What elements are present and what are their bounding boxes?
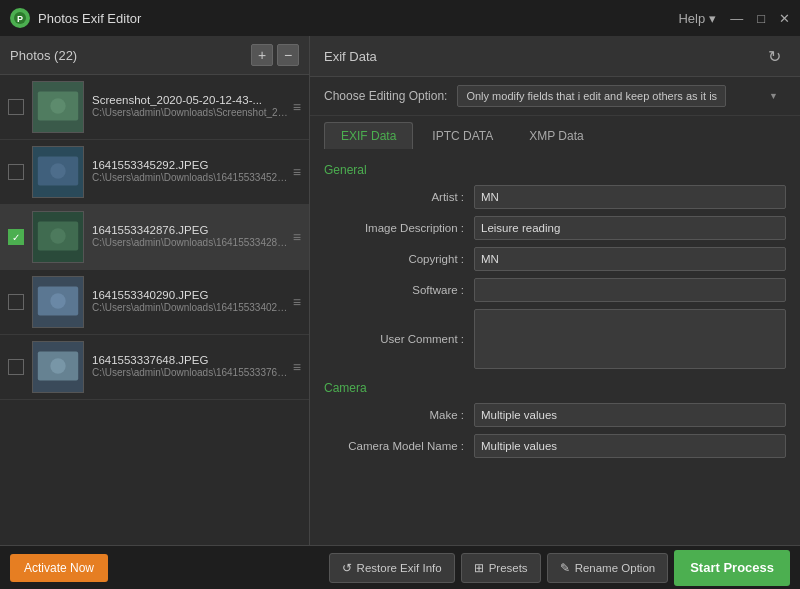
photo-info: 1641553345292.JPEG C:\Users\admin\Downlo…	[92, 159, 289, 185]
field-label: User Comment :	[324, 333, 474, 345]
photo-item[interactable]: 1641553345292.JPEG C:\Users\admin\Downlo…	[0, 140, 309, 205]
right-panel: Exif Data ↻ Choose Editing Option: Only …	[310, 36, 800, 545]
photo-checkbox[interactable]: ✓	[8, 229, 24, 245]
photo-menu-icon[interactable]: ≡	[293, 294, 301, 310]
form-area: General Artist :Image Description :Copyr…	[310, 149, 800, 545]
photo-item[interactable]: 1641553337648.JPEG C:\Users\admin\Downlo…	[0, 335, 309, 400]
close-button[interactable]: ✕	[779, 11, 790, 26]
field-label: Copyright :	[324, 253, 474, 265]
photo-thumbnail	[32, 341, 84, 393]
photo-thumbnail	[32, 81, 84, 133]
tab-exif-data[interactable]: EXIF Data	[324, 122, 413, 149]
photo-name: 1641553345292.JPEG	[92, 159, 289, 171]
exif-data-title: Exif Data	[324, 49, 377, 64]
rename-icon: ✎	[560, 561, 570, 575]
bottom-bar: Activate Now ↺ Restore Exif Info ⊞ Prese…	[0, 545, 800, 589]
tab-iptc-data[interactable]: IPTC DATA	[415, 122, 510, 149]
form-row: Copyright :	[324, 247, 786, 271]
form-row: Image Description :	[324, 216, 786, 240]
photo-item[interactable]: Screenshot_2020-05-20-12-43-... C:\Users…	[0, 75, 309, 140]
photo-menu-icon[interactable]: ≡	[293, 99, 301, 115]
field-label: Camera Model Name :	[324, 440, 474, 452]
remove-photo-button[interactable]: −	[277, 44, 299, 66]
photo-checkbox[interactable]	[8, 294, 24, 310]
photo-thumbnail	[32, 146, 84, 198]
photo-checkbox[interactable]	[8, 359, 24, 375]
photo-path: C:\Users\admin\Downloads\1641553337648.J…	[92, 366, 289, 380]
photo-thumbnail	[32, 276, 84, 328]
restore-exif-button[interactable]: ↺ Restore Exif Info	[329, 553, 455, 583]
left-panel: Photos (22) + − Screenshot_2020-05-20-12…	[0, 36, 310, 545]
form-row: Make :	[324, 403, 786, 427]
field-input[interactable]	[474, 278, 786, 302]
form-row: Artist :	[324, 185, 786, 209]
edit-option-row: Choose Editing Option: Only modify field…	[310, 77, 800, 116]
minimize-button[interactable]: —	[730, 11, 743, 26]
photo-info: 1641553340290.JPEG C:\Users\admin\Downlo…	[92, 289, 289, 315]
app-title: Photos Exif Editor	[38, 11, 141, 26]
refresh-button[interactable]: ↻	[762, 44, 786, 68]
svg-point-13	[50, 293, 65, 308]
photo-name: Screenshot_2020-05-20-12-43-...	[92, 94, 289, 106]
help-button[interactable]: Help ▾	[678, 11, 716, 26]
app-icon: P	[10, 8, 30, 28]
help-label: Help	[678, 11, 705, 26]
activate-button[interactable]: Activate Now	[10, 554, 108, 582]
photos-title: Photos (22)	[10, 48, 77, 63]
camera-section-title: Camera	[324, 381, 786, 395]
left-panel-header: Photos (22) + −	[0, 36, 309, 75]
tab-xmp-data[interactable]: XMP Data	[512, 122, 600, 149]
field-input[interactable]	[474, 185, 786, 209]
photo-menu-icon[interactable]: ≡	[293, 359, 301, 375]
add-photo-button[interactable]: +	[251, 44, 273, 66]
photo-info: 1641553337648.JPEG C:\Users\admin\Downlo…	[92, 354, 289, 380]
main-container: Photos (22) + − Screenshot_2020-05-20-12…	[0, 36, 800, 545]
svg-text:P: P	[17, 14, 23, 24]
photo-checkbox[interactable]	[8, 164, 24, 180]
photo-item[interactable]: ✓ 1641553342876.JPEG C:\Users\admin\Down…	[0, 205, 309, 270]
title-bar-controls: Help ▾ — □ ✕	[678, 11, 790, 26]
general-section-title: General	[324, 163, 786, 177]
field-label: Software :	[324, 284, 474, 296]
restore-icon: ↺	[342, 561, 352, 575]
edit-option-select[interactable]: Only modify fields that i edit and keep …	[457, 85, 726, 107]
svg-point-7	[50, 163, 65, 178]
field-label: Image Description :	[324, 222, 474, 234]
start-process-button[interactable]: Start Process	[674, 550, 790, 586]
photo-info: Screenshot_2020-05-20-12-43-... C:\Users…	[92, 94, 289, 120]
field-input[interactable]	[474, 434, 786, 458]
form-row: Software :	[324, 278, 786, 302]
photo-path: C:\Users\admin\Downloads\1641553340290.J…	[92, 301, 289, 315]
photo-menu-icon[interactable]: ≡	[293, 164, 301, 180]
rename-option-button[interactable]: ✎ Rename Option	[547, 553, 669, 583]
field-label: Make :	[324, 409, 474, 421]
photo-path: C:\Users\admin\Downloads\1641553342876.J…	[92, 236, 289, 250]
photo-item[interactable]: 1641553340290.JPEG C:\Users\admin\Downlo…	[0, 270, 309, 335]
presets-button[interactable]: ⊞ Presets	[461, 553, 541, 583]
maximize-button[interactable]: □	[757, 11, 765, 26]
photo-menu-icon[interactable]: ≡	[293, 229, 301, 245]
photo-checkbox[interactable]	[8, 99, 24, 115]
presets-label: Presets	[489, 562, 528, 574]
svg-point-16	[50, 358, 65, 373]
svg-point-4	[50, 98, 65, 113]
edit-option-select-wrapper: Only modify fields that i edit and keep …	[457, 85, 786, 107]
photo-path: C:\Users\admin\Downloads\Screenshot_2020…	[92, 106, 289, 120]
field-input[interactable]	[474, 403, 786, 427]
edit-option-label: Choose Editing Option:	[324, 89, 447, 103]
form-row: User Comment :	[324, 309, 786, 369]
title-bar-left: P Photos Exif Editor	[10, 8, 141, 28]
tabs-row: EXIF DataIPTC DATAXMP Data	[310, 116, 800, 149]
field-label: Artist :	[324, 191, 474, 203]
header-buttons: + −	[251, 44, 299, 66]
form-row: Camera Model Name :	[324, 434, 786, 458]
field-input[interactable]	[474, 247, 786, 271]
field-input[interactable]	[474, 216, 786, 240]
restore-label: Restore Exif Info	[357, 562, 442, 574]
photo-info: 1641553342876.JPEG C:\Users\admin\Downlo…	[92, 224, 289, 250]
field-textarea[interactable]	[474, 309, 786, 369]
photo-name: 1641553340290.JPEG	[92, 289, 289, 301]
svg-point-10	[50, 228, 65, 243]
title-bar: P Photos Exif Editor Help ▾ — □ ✕	[0, 0, 800, 36]
photo-name: 1641553342876.JPEG	[92, 224, 289, 236]
